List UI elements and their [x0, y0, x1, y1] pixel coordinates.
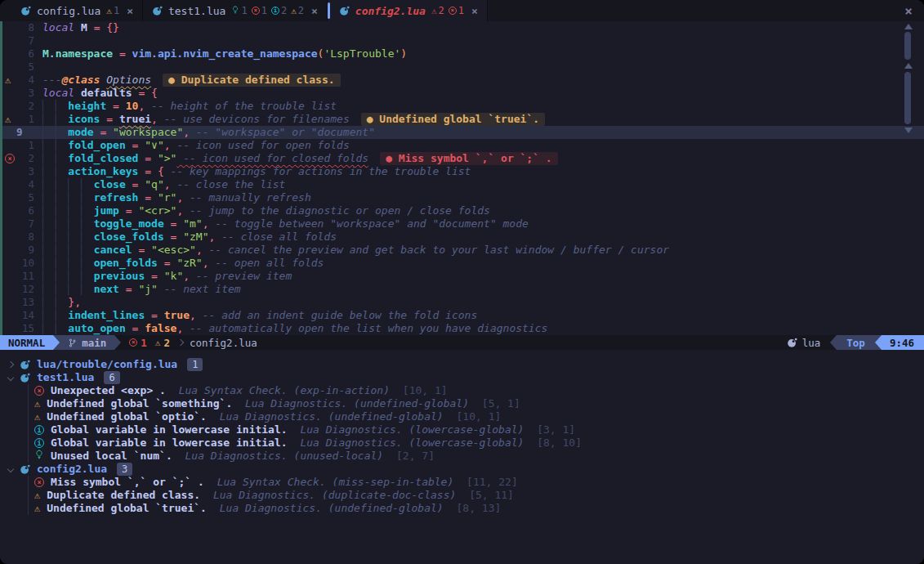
code-line[interactable]: 9▏ ▏ ▏ ▏ cancel = "<esc>", -- cancel the… — [0, 244, 924, 257]
git-added-sign — [0, 257, 2, 270]
code-line[interactable]: 7▏ ▏ ▏ ▏ toggle_mode = "m", -- toggle be… — [0, 217, 924, 231]
lua-icon — [20, 360, 30, 370]
code-line[interactable]: 6▏ ▏ ▏ ▏ jump = "<cr>", -- jump to the d… — [0, 204, 924, 217]
code-line[interactable]: ×2▏ ▏ fold_closed = ">" -- icon used for… — [0, 152, 924, 165]
error-icon: × — [5, 154, 15, 163]
scrollbar-thumb[interactable] — [904, 32, 911, 60]
code-line[interactable]: 15▏ ▏ auto_open = false, -- automaticall… — [0, 322, 924, 335]
code-line[interactable]: ⚠4---@class Options● Duplicate defined c… — [0, 74, 924, 87]
trouble-diagnostic-row[interactable]: ⚠Undefined global `truei`. Lua Diagnosti… — [28, 502, 924, 515]
diagnostic-message: Global variable in lowercase initial. — [51, 436, 293, 450]
diagnostic-badge: 1 — [231, 5, 247, 16]
diagnostic-source: Lua Syntax Check. (exp-in-action) — [179, 384, 396, 397]
trouble-diagnostic-row[interactable]: Unused local `num`. Lua Diagnostics. (un… — [28, 450, 924, 463]
tab-config.lua[interactable]: config.lua⚠1× — [11, 0, 143, 21]
hint-lightbulb-icon — [34, 450, 44, 463]
tab-close-icon[interactable]: × — [127, 5, 133, 17]
diagnostic-source: Lua Diagnostics. (lowercase-global) — [300, 423, 530, 436]
diagnostic-position: [8, 13] — [457, 502, 502, 515]
diagnostic-count-badge: 1 — [187, 358, 203, 371]
diagnostic-message: Duplicate defined class. — [47, 489, 207, 502]
code-text: ▏ ▏ ▏ ▏ refresh = "r", -- manually refre… — [34, 191, 311, 204]
scrollbar-down-arrow-icon — [904, 128, 913, 133]
code-line[interactable]: ⚠1▏ ▏ icons = truei, -- use devicons for… — [0, 113, 924, 126]
code-line[interactable]: 5▏ ▏ ▏ ▏ refresh = "r", -- manually refr… — [0, 191, 924, 204]
code-line[interactable]: 3▏ ▏ action_keys = { -- key mappings for… — [0, 165, 924, 178]
chevron-down-icon — [7, 374, 14, 381]
scrollbar[interactable] — [903, 21, 913, 335]
code-line[interactable]: 12▏ ▏ ▏ ▏ next = "j" -- next item — [0, 283, 924, 296]
code-line[interactable]: 10▏ ▏ ▏ ▏ open_folds = "zR", -- open all… — [0, 257, 924, 270]
tabline: config.lua⚠1×test1.lua1×1i2⚠2×config2.lu… — [0, 0, 924, 21]
git-added-sign — [0, 296, 2, 309]
diagnostic-badge: ⚠1 — [106, 5, 119, 16]
code-line[interactable]: 8▏ ▏ ▏ ▏ close_folds = "zM", -- close al… — [0, 231, 924, 244]
tab-list: config.lua⚠1×test1.lua1×1i2⚠2×config2.lu… — [11, 0, 488, 21]
code-editor[interactable]: 8local M = {}76M.namespace = vim.api.nvi… — [0, 21, 924, 335]
statusline-filetype: lua — [777, 335, 831, 350]
code-line[interactable]: 3local defaults = { — [0, 87, 924, 100]
code-line[interactable]: 7 — [0, 34, 924, 47]
code-text: ▏ ▏ fold_closed = ">" -- icon used for c… — [34, 152, 368, 165]
code-line[interactable]: 11▏ ▏ ▏ ▏ previous = "k", -- preview ite… — [0, 270, 924, 283]
warning-icon: ⚠ — [431, 7, 437, 16]
trouble-diagnostic-row[interactable]: ⚠Undefined global `optio`. Lua Diagnosti… — [28, 410, 924, 423]
powerline-separator — [114, 335, 121, 350]
code-line[interactable]: 2▏ ▏ height = 10, -- height of the troub… — [0, 100, 924, 113]
tab-label: test1.lua — [168, 5, 225, 17]
code-line[interactable]: 13▏ ▏ }, — [0, 296, 924, 309]
trouble-file-row[interactable]: lua/trouble/config.lua1 — [0, 358, 924, 371]
error-icon: × — [129, 338, 137, 347]
info-icon: i — [34, 438, 44, 448]
statusline-diagnostics: ×1 ⚠2 — [121, 335, 178, 350]
tab-close-icon[interactable]: × — [471, 5, 478, 17]
line-number: 4 — [16, 178, 34, 191]
tab-test1.lua[interactable]: test1.lua1×1i2⚠2× — [143, 0, 328, 21]
trouble-diagnostic-row[interactable]: ⚠Duplicate defined class. Lua Diagnostic… — [28, 489, 924, 502]
code-text: ▏ ▏ ▏ ▏ close_folds = "zM", -- close all… — [34, 231, 337, 244]
diagnostic-position: [5, 11] — [469, 489, 514, 502]
code-line[interactable]: 4▏ ▏ ▏ ▏ close = "q", -- close the list — [0, 178, 924, 191]
line-number: 12 — [16, 283, 34, 296]
code-line[interactable]: 5 — [0, 60, 924, 74]
trouble-diagnostic-row[interactable]: iGlobal variable in lowercase initial. L… — [28, 423, 924, 436]
trouble-diagnostic-row[interactable]: ⚠Undefined global `something`. Lua Diagn… — [28, 397, 924, 410]
git-added-sign — [0, 244, 2, 257]
code-text: ▏ ▏ ▏ ▏ toggle_mode = "m", -- toggle bet… — [34, 217, 529, 231]
tabline-close-button[interactable]: × — [898, 0, 919, 21]
scrollbar-thumb[interactable] — [904, 72, 911, 124]
lua-icon — [20, 464, 30, 475]
trouble-file-name: config2.lua — [37, 463, 107, 476]
trouble-diagnostic-row[interactable]: ×Unexpected <exp> . Lua Syntax Check. (e… — [28, 384, 924, 397]
diagnostic-source: Lua Diagnostics. (undefined-global) — [245, 397, 475, 410]
git-added-sign — [0, 270, 2, 283]
sign-column: ⚠ — [2, 75, 16, 85]
tab-close-icon[interactable]: × — [311, 5, 318, 17]
trouble-diagnostic-row[interactable]: iGlobal variable in lowercase initial. L… — [28, 436, 924, 450]
line-number: 5 — [16, 191, 34, 204]
diagnostic-message: Unexpected <exp> . — [51, 384, 172, 397]
code-line[interactable]: 6M.namespace = vim.api.nvim_create_names… — [0, 47, 924, 60]
warning-icon: ⚠ — [34, 412, 40, 422]
line-number: 3 — [16, 87, 34, 100]
diagnostic-message: Miss symbol `,` or `;` . — [51, 476, 211, 489]
tab-config2.lua[interactable]: config2.lua⚠2×1× — [328, 0, 488, 21]
diagnostic-virtual-text: ● Duplicate defined class. — [163, 74, 341, 87]
warning-icon: ⚠ — [5, 114, 11, 124]
trouble-file-row[interactable]: config2.lua3 — [0, 463, 924, 476]
trouble-diagnostic-row[interactable]: ×Miss symbol `,` or `;` . Lua Syntax Che… — [28, 476, 924, 489]
trouble-file-row[interactable]: test1.lua6 — [0, 371, 924, 384]
code-line[interactable]: 1▏ ▏ fold_open = "∨", -- icon used for o… — [0, 139, 924, 152]
diagnostic-virtual-text: ● Miss symbol `,` or `;` . — [380, 152, 558, 165]
line-number: 14 — [16, 309, 34, 322]
code-text: ▏ ▏ action_keys = { -- key mappings for … — [34, 165, 471, 178]
trouble-file-name: test1.lua — [37, 371, 94, 384]
sign-column: × — [2, 154, 16, 163]
diagnostic-position: [5, 1] — [482, 397, 520, 410]
code-line[interactable]: 9▏ ▏ mode = "workspace", -- "workspace" … — [0, 126, 924, 139]
sign-column: ⚠ — [2, 114, 16, 124]
code-line[interactable]: 8local M = {} — [0, 21, 924, 34]
code-line[interactable]: 14▏ ▏ indent_lines = true, -- add an ind… — [0, 309, 924, 322]
code-lines: 8local M = {}76M.namespace = vim.api.nvi… — [0, 21, 924, 335]
warning-icon: ⚠ — [155, 338, 161, 347]
